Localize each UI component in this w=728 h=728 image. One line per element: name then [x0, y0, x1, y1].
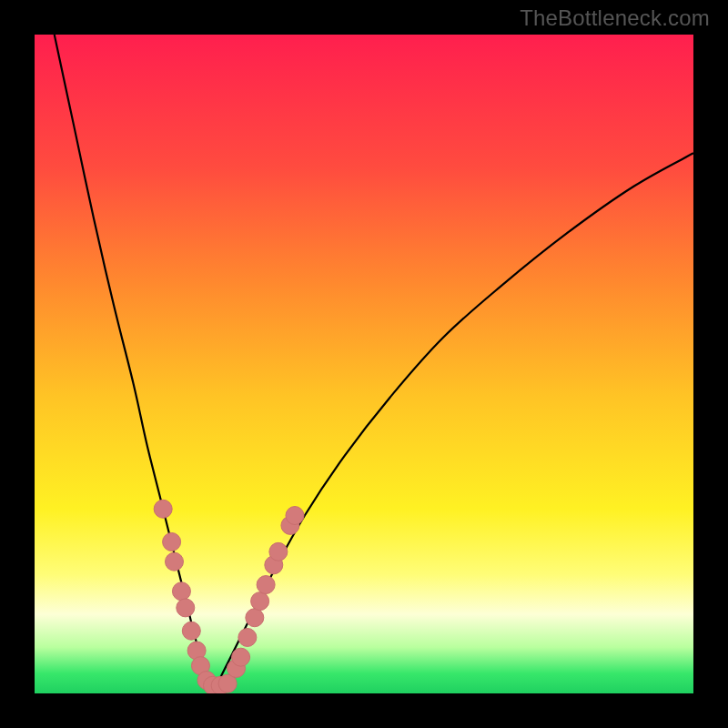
- data-marker: [177, 599, 195, 617]
- data-marker: [246, 609, 264, 627]
- data-marker: [238, 628, 257, 646]
- chart-svg: [35, 35, 693, 693]
- data-marker: [154, 500, 172, 518]
- data-marker: [182, 622, 200, 640]
- data-marker: [172, 582, 190, 601]
- data-marker: [165, 552, 183, 571]
- data-marker: [286, 507, 304, 525]
- data-marker: [163, 532, 181, 551]
- outer-frame: TheBottleneck.com: [0, 0, 728, 728]
- plot-area: [35, 35, 693, 693]
- data-marker: [232, 648, 250, 666]
- data-marker: [251, 592, 269, 611]
- data-marker: [269, 542, 288, 561]
- gradient-background: [35, 35, 693, 693]
- watermark-text: TheBottleneck.com: [520, 5, 710, 31]
- data-marker: [257, 576, 275, 594]
